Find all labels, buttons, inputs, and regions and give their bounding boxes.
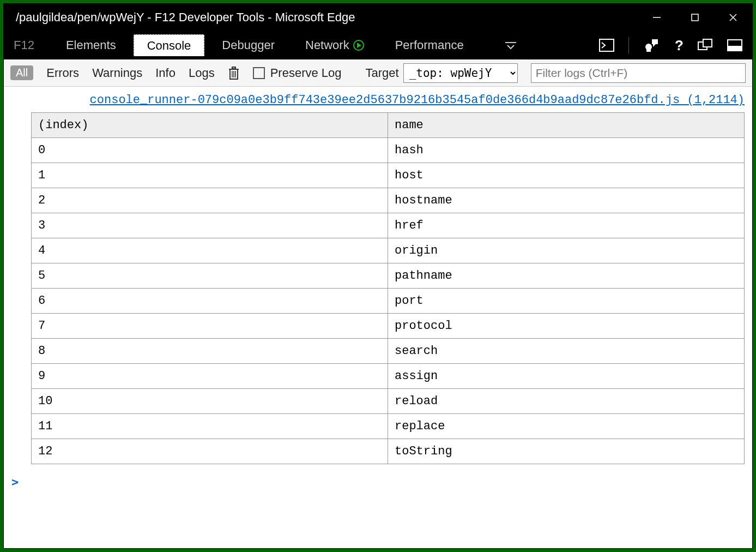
svg-rect-9	[646, 50, 651, 52]
svg-marker-11	[653, 44, 656, 47]
table-row[interactable]: 12toString	[32, 439, 745, 464]
clear-console-icon[interactable]	[228, 66, 240, 80]
toolbar-right: ?	[599, 37, 752, 53]
cell-index: 2	[32, 188, 388, 213]
table-header-index[interactable]: (index)	[32, 113, 388, 138]
table-row[interactable]: 5pathname	[32, 263, 745, 289]
window-title: /paulgildea/pen/wpWejY - F12 Developer T…	[16, 10, 638, 25]
cell-index: 12	[32, 439, 388, 464]
more-tabs-icon[interactable]	[503, 40, 518, 51]
table-row[interactable]: 2hostname	[32, 188, 745, 213]
tab-performance[interactable]: Performance	[382, 34, 477, 56]
svg-rect-7	[600, 39, 614, 51]
svg-rect-14	[703, 39, 712, 47]
table-row[interactable]: 0hash	[32, 138, 745, 163]
console-table: (index) name 0hash1host2hostname3href4or…	[31, 112, 745, 464]
window-controls	[638, 4, 752, 31]
titlebar: /paulgildea/pen/wpWejY - F12 Developer T…	[4, 4, 752, 31]
cell-index: 11	[32, 414, 388, 439]
table-row[interactable]: 7protocol	[32, 314, 745, 339]
svg-point-8	[645, 44, 652, 50]
filter-errors[interactable]: Errors	[46, 66, 79, 80]
close-button[interactable]	[714, 4, 752, 31]
table-row[interactable]: 6port	[32, 289, 745, 314]
cell-index: 5	[32, 263, 388, 289]
tab-bar: F12 Elements Console Debugger Network Pe…	[4, 31, 752, 59]
filter-all[interactable]: All	[10, 65, 33, 80]
console-prompt[interactable]: >	[4, 464, 752, 489]
cell-name: protocol	[388, 314, 745, 339]
play-icon	[353, 39, 365, 51]
table-row[interactable]: 1host	[32, 163, 745, 188]
table-row[interactable]: 10reload	[32, 389, 745, 414]
target-label: Target	[366, 66, 399, 80]
cell-name: host	[388, 163, 745, 188]
preserve-log-toggle[interactable]: Preserve Log	[253, 66, 342, 80]
table-row[interactable]: 11replace	[32, 414, 745, 439]
checkbox-icon	[253, 67, 265, 79]
devtools-window: /paulgildea/pen/wpWejY - F12 Developer T…	[3, 3, 753, 549]
svg-rect-1	[692, 14, 698, 21]
svg-rect-10	[652, 39, 658, 44]
undock-icon[interactable]	[698, 39, 713, 52]
cell-index: 7	[32, 314, 388, 339]
table-row[interactable]: 3href	[32, 213, 745, 238]
cell-name: href	[388, 213, 745, 238]
console-shortcut-icon[interactable]	[599, 39, 614, 52]
cell-index: 8	[32, 339, 388, 364]
maximize-button[interactable]	[676, 4, 714, 31]
tab-elements[interactable]: Elements	[53, 34, 129, 56]
filter-logs-input[interactable]	[531, 63, 746, 83]
cell-name: replace	[388, 414, 745, 439]
target-select[interactable]: _top: wpWejY	[403, 63, 518, 83]
table-row[interactable]: 4origin	[32, 238, 745, 263]
feedback-icon[interactable]	[643, 39, 658, 52]
cell-index: 6	[32, 289, 388, 314]
cell-index: 10	[32, 389, 388, 414]
cell-name: pathname	[388, 263, 745, 289]
filter-warnings[interactable]: Warnings	[92, 66, 142, 80]
tab-network[interactable]: Network	[292, 34, 378, 56]
divider	[628, 37, 629, 53]
preserve-log-label: Preserve Log	[270, 66, 342, 80]
tab-console[interactable]: Console	[134, 34, 205, 56]
cell-index: 0	[32, 138, 388, 163]
cell-name: hostname	[388, 188, 745, 213]
cell-name: assign	[388, 364, 745, 389]
table-header-name[interactable]: name	[388, 113, 745, 138]
cell-name: toString	[388, 439, 745, 464]
f12-label: F12	[14, 34, 40, 56]
filter-info[interactable]: Info	[155, 66, 176, 80]
cell-index: 9	[32, 364, 388, 389]
tab-debugger[interactable]: Debugger	[209, 34, 288, 56]
tab-network-label: Network	[305, 38, 349, 52]
table-row[interactable]: 8search	[32, 339, 745, 364]
source-link[interactable]: console_runner-079c09a0e3b9ff743e39ee2d5…	[4, 87, 752, 110]
cell-name: origin	[388, 238, 745, 263]
cell-name: search	[388, 339, 745, 364]
cell-index: 3	[32, 213, 388, 238]
cell-name: reload	[388, 389, 745, 414]
table-row[interactable]: 9assign	[32, 364, 745, 389]
svg-rect-22	[232, 67, 235, 69]
console-filter-bar: All Errors Warnings Info Logs Preserve L…	[4, 59, 752, 87]
cell-name: hash	[388, 138, 745, 163]
help-icon[interactable]: ?	[673, 38, 684, 52]
console-output: console_runner-079c09a0e3b9ff743e39ee2d5…	[4, 87, 752, 548]
svg-text:?: ?	[675, 38, 684, 52]
cell-name: port	[388, 289, 745, 314]
dock-icon[interactable]	[727, 39, 742, 51]
cell-index: 1	[32, 163, 388, 188]
svg-rect-16	[728, 46, 742, 51]
minimize-button[interactable]	[638, 4, 676, 31]
cell-index: 4	[32, 238, 388, 263]
svg-marker-5	[357, 43, 361, 48]
filter-logs[interactable]: Logs	[189, 66, 215, 80]
